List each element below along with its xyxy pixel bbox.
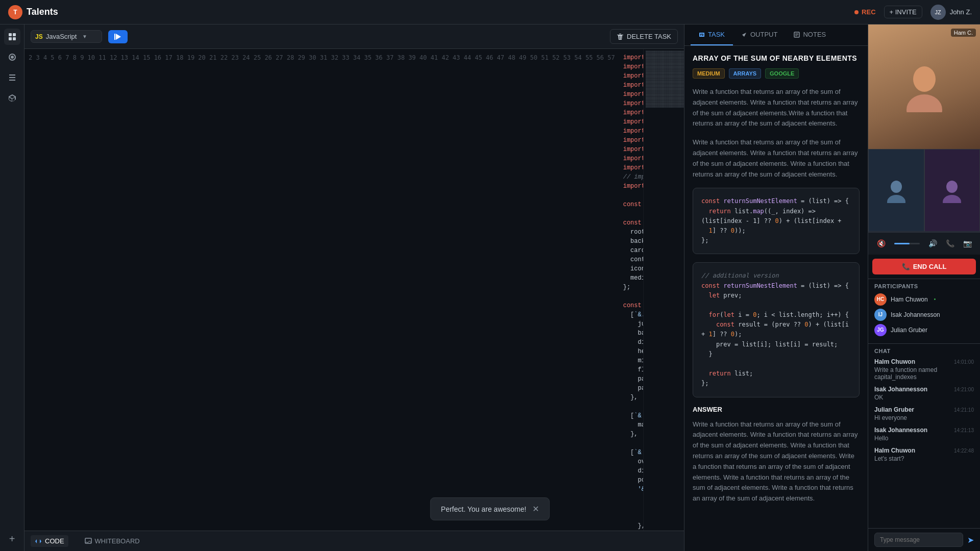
mute-icon[interactable]: 🔇 xyxy=(877,239,886,247)
chevron-down-icon: ▼ xyxy=(82,34,87,39)
chat-msg-text-2: OK xyxy=(874,394,974,401)
phone-end-icon: 📞 xyxy=(902,263,910,270)
video-grid xyxy=(868,149,980,232)
tab-whiteboard[interactable]: WHITEBOARD xyxy=(81,535,144,547)
delete-task-button[interactable]: DELETE TASK xyxy=(610,29,678,44)
chat-msg-4: Isak Johannesson 14:21:13 Hello xyxy=(874,427,974,442)
code-block-2: // additional version const returnSumNes… xyxy=(693,262,860,397)
sidebar-icon-1[interactable] xyxy=(4,29,20,45)
line-numbers: 2 3 4 5 6 7 8 9 10 11 12 13 14 15 16 17 … xyxy=(24,49,619,531)
bottom-bar: CODE WHITEBOARD xyxy=(24,531,684,551)
task-content: ARRAY OF THE SUM OF NEARBY ELEMENTS MEDI… xyxy=(684,46,868,520)
rec-button[interactable]: REC xyxy=(854,8,875,16)
avatar: JZ xyxy=(930,5,946,20)
chat-msg-time-3: 14:21:10 xyxy=(954,407,974,413)
end-call-button[interactable]: 📞 END CALL xyxy=(872,259,976,274)
svg-rect-2 xyxy=(9,37,12,40)
editor-toolbar: JS JavaScript ▼ DELETE TASK xyxy=(24,24,684,49)
video-name-badge: Ham C. xyxy=(951,29,976,37)
participant-name-1: Ham Chuwon xyxy=(891,296,928,303)
app-logo: T Talents xyxy=(8,5,58,19)
task-title: ARRAY OF THE SUM OF NEARBY ELEMENTS xyxy=(693,54,860,62)
chat-msg-text-1: Write a function named capital_indexes xyxy=(874,366,974,381)
tab-code[interactable]: CODE xyxy=(31,535,68,547)
tab-notes[interactable]: NOTES xyxy=(786,24,834,45)
answer-text: Write a function that returns an array o… xyxy=(693,419,860,504)
task-description-2: Write a function that returns an array o… xyxy=(693,137,860,180)
minimap: ████████████████████████████████████ ███… xyxy=(643,49,684,531)
invite-button[interactable]: + INVITE xyxy=(884,6,922,18)
participant-avatar-2: IJ xyxy=(874,309,887,321)
chat-msg-time-4: 14:21:13 xyxy=(954,428,974,433)
user-info: JZ John Z. xyxy=(930,5,972,20)
editor-area: JS JavaScript ▼ DELETE TASK 2 3 4 5 6 7 … xyxy=(24,24,684,551)
sidebar: + xyxy=(0,24,24,551)
toast-close-button[interactable]: ✕ xyxy=(532,504,539,514)
svg-rect-3 xyxy=(13,37,16,40)
camera-icon[interactable]: 📷 xyxy=(963,239,972,247)
topbar: T Talents REC + INVITE JZ John Z. xyxy=(0,0,980,24)
participant-avatar-1: HC xyxy=(874,293,887,306)
participants-section: PARTICIPANTS HC Ham Chuwon • IJ Isak Joh… xyxy=(868,279,980,343)
svg-point-8 xyxy=(913,66,936,92)
svg-rect-0 xyxy=(9,33,12,36)
sidebar-add-icon[interactable]: + xyxy=(4,531,20,547)
chat-msg-5: Halm Chuwon 14:22:48 Let's start? xyxy=(874,447,974,462)
chat-msg-time-5: 14:22:48 xyxy=(954,448,974,454)
volume-icon[interactable]: 🔊 xyxy=(928,239,937,247)
video-main: Ham C. xyxy=(868,24,980,232)
chat-messages: Halm Chuwon 14:01:00 Write a function na… xyxy=(868,356,980,529)
tab-output[interactable]: OUTPUT xyxy=(733,24,786,45)
svg-point-10 xyxy=(891,181,902,193)
participant-avatar-3: JG xyxy=(874,324,887,336)
chat-input[interactable] xyxy=(874,533,963,547)
participant-2: IJ Isak Johannesson xyxy=(874,309,974,321)
sidebar-icon-4[interactable] xyxy=(4,90,20,106)
video-main-feed: Ham C. xyxy=(868,24,980,149)
svg-point-12 xyxy=(946,181,958,193)
task-panel: TASK OUTPUT NOTES ARRAY OF THE SUM OF NE… xyxy=(684,24,868,551)
toast: Perfect. You are awesome! ✕ xyxy=(430,497,550,520)
phone-icon[interactable]: 📞 xyxy=(946,239,954,247)
video-thumb-2 xyxy=(924,149,981,232)
chat-input-row: ➤ xyxy=(868,528,980,551)
answer-title: ANSWER xyxy=(693,406,860,413)
participant-3: JG Julian Gruber xyxy=(874,324,974,336)
chat-msg-name-4: Isak Johannesson xyxy=(874,427,927,434)
chat-msg-name-1: Halm Chuwon xyxy=(874,358,915,365)
language-select[interactable]: JS JavaScript ▼ xyxy=(31,30,102,43)
chat-msg-3: Julian Gruber 14:21:10 Hi everyone xyxy=(874,406,974,421)
user-name: John Z. xyxy=(950,8,972,16)
online-dot-1: • xyxy=(934,296,936,302)
rec-dot-icon xyxy=(854,10,859,14)
logo-icon: T xyxy=(8,5,22,19)
chat-send-button[interactable]: ➤ xyxy=(967,535,974,545)
svg-point-11 xyxy=(887,195,905,203)
chat-msg-name-3: Julian Gruber xyxy=(874,406,914,413)
chat-msg-text-3: Hi everyone xyxy=(874,414,974,421)
chat-title: CHAT xyxy=(868,344,980,356)
app-title: Talents xyxy=(27,7,58,17)
tag-arrays: ARRAYS xyxy=(729,68,761,79)
chat-msg-name-5: Halm Chuwon xyxy=(874,447,915,454)
toast-message: Perfect. You are awesome! xyxy=(441,505,526,513)
code-editor[interactable]: import { styled, body, card, cardContent… xyxy=(619,49,643,531)
chat-msg-time-1: 14:01:00 xyxy=(954,359,974,365)
task-description-1: Write a function that returns an array o… xyxy=(693,87,860,129)
chat-msg-text-5: Let's start? xyxy=(874,455,974,462)
participant-1: HC Ham Chuwon • xyxy=(874,293,974,306)
sidebar-icon-2[interactable] xyxy=(4,49,20,65)
svg-rect-5 xyxy=(114,34,115,40)
chat-msg-2: Isak Johannesson 14:21:00 OK xyxy=(874,386,974,401)
sidebar-icon-3[interactable] xyxy=(4,69,20,86)
svg-point-13 xyxy=(943,195,961,203)
run-button[interactable] xyxy=(108,30,128,43)
tab-task[interactable]: TASK xyxy=(691,24,733,45)
video-panel: Ham C. 🔇 🔊 xyxy=(868,24,980,551)
volume-slider[interactable] xyxy=(894,243,920,244)
chat-msg-text-4: Hello xyxy=(874,435,974,442)
chat-msg-1: Halm Chuwon 14:01:00 Write a function na… xyxy=(874,358,974,381)
task-tabs: TASK OUTPUT NOTES xyxy=(684,24,868,46)
tag-row: MEDIUM ARRAYS GOOGLE xyxy=(693,68,860,79)
code-block-1: const returnSumNestElement = (list) => {… xyxy=(693,188,860,254)
